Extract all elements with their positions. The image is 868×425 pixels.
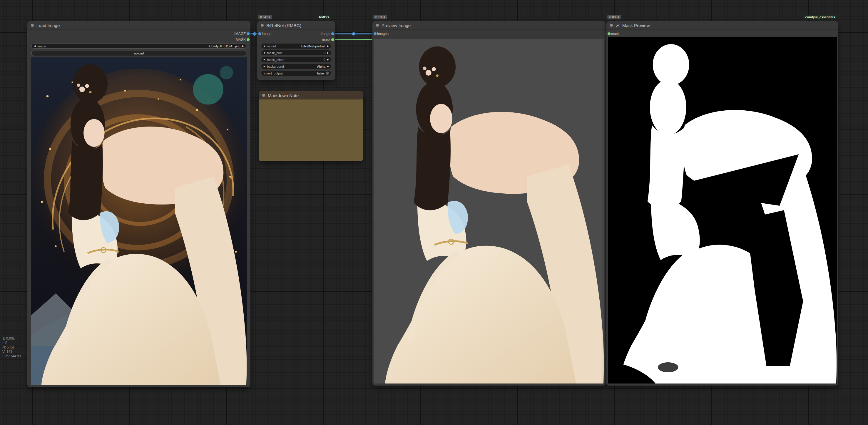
- widget-value: 0: [323, 51, 326, 55]
- execution-time-badge: 0.106s: [373, 15, 387, 20]
- arrow-right-icon[interactable]: ▶: [327, 57, 329, 62]
- input-slot-image[interactable]: [258, 32, 261, 35]
- collapse-dot-icon[interactable]: [376, 24, 379, 27]
- input-label-mask: mask: [611, 31, 620, 37]
- widget-invert-output[interactable]: invert_output false: [261, 70, 331, 76]
- note-body[interactable]: [259, 100, 363, 161]
- node-title: BiRefNet (RMBG): [266, 23, 301, 28]
- node-title: Preview Image: [381, 23, 411, 28]
- node-title: Mask Preview: [622, 23, 650, 28]
- widget-mask-offset[interactable]: ◀ mask_offset 0 ▶: [261, 57, 331, 62]
- node-header[interactable]: Load Image: [27, 21, 250, 30]
- execution-time-badge: 0.088s: [607, 15, 621, 20]
- output-label-mask: MASK: [236, 37, 246, 43]
- collapse-dot-icon[interactable]: [262, 94, 265, 97]
- output-slot-image[interactable]: [247, 32, 250, 35]
- output-slot-mask[interactable]: [247, 38, 250, 41]
- input-slot-mask[interactable]: [608, 32, 611, 35]
- node-header[interactable]: BiRefNet (RMBG): [257, 21, 335, 30]
- node-birefnet[interactable]: 0.513s RMBG BiRefNet (RMBG) image image …: [257, 21, 335, 80]
- output-label-image: IMAGE: [234, 31, 246, 37]
- output-label-mask: mask: [322, 37, 331, 43]
- arrow-left-icon[interactable]: ◀: [34, 44, 36, 49]
- widget-label: background: [267, 65, 284, 68]
- input-slot-images[interactable]: [374, 32, 376, 35]
- collapse-dot-icon[interactable]: [261, 24, 264, 27]
- widget-model[interactable]: ◀ model BiRefNet-portrait ▶: [261, 44, 331, 49]
- widget-value: 0: [323, 58, 326, 61]
- arrow-left-icon[interactable]: ◀: [264, 64, 265, 69]
- widget-mask-blur[interactable]: ◀ mask_blur 0 ▶: [261, 50, 331, 55]
- reroute-diamond-icon[interactable]: [252, 31, 257, 36]
- node-graph-canvas[interactable]: Load Image IMAGE MASK ◀ image ComfyUI_01…: [0, 0, 868, 425]
- node-title: Markdown Note: [268, 93, 299, 98]
- loaded-image-preview: [31, 57, 247, 385]
- node-markdown-note[interactable]: Markdown Note: [259, 91, 363, 161]
- input-label-image: image: [262, 31, 272, 37]
- node-header[interactable]: Preview Image: [372, 21, 606, 30]
- node-load-image[interactable]: Load Image IMAGE MASK ◀ image ComfyUI_01…: [27, 21, 250, 387]
- toggle-knob-icon[interactable]: [326, 72, 329, 75]
- node-title: Load Image: [36, 23, 60, 28]
- performance-stats: T: 0.00s I: 0 N: 5 [5] V: 161 FPS:144.93: [2, 336, 21, 359]
- preview-image-output: [374, 39, 604, 384]
- input-label-images: images: [377, 31, 389, 37]
- widget-value: ComfyUI_01194_.png: [209, 45, 241, 48]
- node-preview-image[interactable]: 0.106s Preview Image images: [372, 21, 606, 386]
- stat-nodes: N: 5 [5]: [2, 345, 21, 350]
- wire-midpoint-dot[interactable]: [352, 32, 355, 36]
- upload-button[interactable]: upload: [31, 51, 246, 56]
- widget-value: Alpha: [317, 65, 326, 68]
- wrench-icon: [616, 23, 620, 27]
- output-slot-image[interactable]: [331, 32, 334, 35]
- arrow-right-icon[interactable]: ▶: [327, 64, 329, 69]
- widget-label: model: [267, 45, 276, 48]
- stat-iterations: I: 0: [2, 341, 21, 345]
- widget-label: image: [37, 45, 46, 48]
- arrow-right-icon[interactable]: ▶: [327, 50, 329, 55]
- arrow-left-icon[interactable]: ◀: [264, 57, 265, 62]
- image-combo-widget[interactable]: ◀ image ComfyUI_01194_.png ▶: [31, 44, 246, 49]
- widget-value: BiRefNet-portrait: [301, 45, 326, 48]
- node-header[interactable]: Markdown Note: [259, 91, 363, 100]
- widget-label: mask_blur: [267, 51, 282, 55]
- stat-time: T: 0.00s: [2, 336, 21, 341]
- widget-value: false: [317, 72, 324, 75]
- widget-label: invert_output: [264, 72, 283, 75]
- node-pack-badge: comfyui_essentials: [803, 15, 837, 20]
- arrow-right-icon[interactable]: ▶: [327, 44, 329, 49]
- preview-image-art: [374, 39, 604, 384]
- arrow-right-icon[interactable]: ▶: [242, 44, 244, 49]
- node-pack-badge: RMBG: [317, 15, 331, 20]
- output-slot-mask[interactable]: [331, 38, 334, 41]
- node-mask-preview[interactable]: 0.088s comfyui_essentials Mask Preview m…: [607, 21, 838, 386]
- arrow-left-icon[interactable]: ◀: [264, 50, 265, 55]
- collapse-dot-icon[interactable]: [610, 24, 613, 27]
- widget-background[interactable]: ◀ background Alpha ▶: [261, 64, 331, 69]
- stat-vertices: V: 161: [2, 350, 21, 354]
- stat-fps: FPS:144.93: [2, 354, 21, 359]
- arrow-left-icon[interactable]: ◀: [264, 44, 265, 49]
- widget-label: mask_offset: [267, 58, 284, 61]
- mask-image-art: [608, 37, 837, 384]
- loaded-image-art: [31, 57, 247, 385]
- output-label-image: image: [321, 31, 331, 37]
- mask-preview-output: [608, 37, 837, 384]
- execution-time-badge: 0.513s: [258, 15, 272, 20]
- node-header[interactable]: Mask Preview: [607, 21, 838, 30]
- collapse-dot-icon[interactable]: [31, 24, 34, 27]
